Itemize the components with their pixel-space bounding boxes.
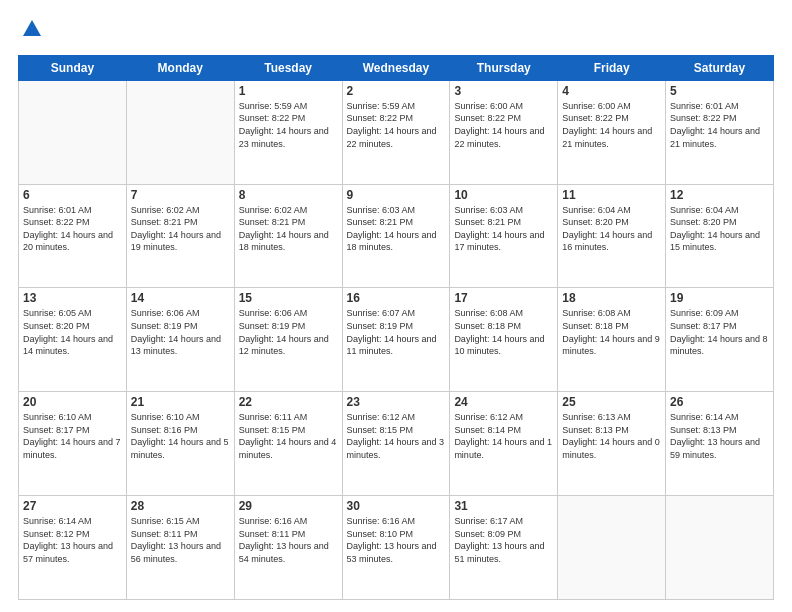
calendar-cell (558, 496, 666, 600)
day-info: Sunrise: 6:12 AM Sunset: 8:14 PM Dayligh… (454, 411, 553, 461)
svg-marker-0 (23, 20, 41, 36)
day-number: 2 (347, 84, 446, 98)
day-number: 20 (23, 395, 122, 409)
header (18, 18, 774, 45)
calendar-cell: 4Sunrise: 6:00 AM Sunset: 8:22 PM Daylig… (558, 80, 666, 184)
day-number: 14 (131, 291, 230, 305)
weekday-header-sunday: Sunday (19, 55, 127, 80)
day-info: Sunrise: 6:03 AM Sunset: 8:21 PM Dayligh… (454, 204, 553, 254)
day-number: 23 (347, 395, 446, 409)
day-number: 27 (23, 499, 122, 513)
day-number: 15 (239, 291, 338, 305)
day-number: 8 (239, 188, 338, 202)
day-info: Sunrise: 6:07 AM Sunset: 8:19 PM Dayligh… (347, 307, 446, 357)
day-number: 19 (670, 291, 769, 305)
day-number: 16 (347, 291, 446, 305)
week-row-0: 1Sunrise: 5:59 AM Sunset: 8:22 PM Daylig… (19, 80, 774, 184)
day-info: Sunrise: 6:12 AM Sunset: 8:15 PM Dayligh… (347, 411, 446, 461)
logo-text (18, 18, 43, 45)
calendar-cell: 2Sunrise: 5:59 AM Sunset: 8:22 PM Daylig… (342, 80, 450, 184)
day-info: Sunrise: 5:59 AM Sunset: 8:22 PM Dayligh… (347, 100, 446, 150)
day-info: Sunrise: 6:15 AM Sunset: 8:11 PM Dayligh… (131, 515, 230, 565)
calendar-cell: 16Sunrise: 6:07 AM Sunset: 8:19 PM Dayli… (342, 288, 450, 392)
day-number: 6 (23, 188, 122, 202)
day-info: Sunrise: 6:02 AM Sunset: 8:21 PM Dayligh… (131, 204, 230, 254)
week-row-4: 27Sunrise: 6:14 AM Sunset: 8:12 PM Dayli… (19, 496, 774, 600)
day-info: Sunrise: 6:00 AM Sunset: 8:22 PM Dayligh… (562, 100, 661, 150)
calendar-cell: 13Sunrise: 6:05 AM Sunset: 8:20 PM Dayli… (19, 288, 127, 392)
day-number: 3 (454, 84, 553, 98)
calendar-cell: 5Sunrise: 6:01 AM Sunset: 8:22 PM Daylig… (666, 80, 774, 184)
weekday-header-tuesday: Tuesday (234, 55, 342, 80)
day-info: Sunrise: 6:01 AM Sunset: 8:22 PM Dayligh… (670, 100, 769, 150)
day-number: 9 (347, 188, 446, 202)
logo (18, 18, 43, 45)
calendar-cell: 9Sunrise: 6:03 AM Sunset: 8:21 PM Daylig… (342, 184, 450, 288)
day-info: Sunrise: 6:08 AM Sunset: 8:18 PM Dayligh… (454, 307, 553, 357)
calendar-cell: 27Sunrise: 6:14 AM Sunset: 8:12 PM Dayli… (19, 496, 127, 600)
day-info: Sunrise: 6:04 AM Sunset: 8:20 PM Dayligh… (670, 204, 769, 254)
calendar-cell: 25Sunrise: 6:13 AM Sunset: 8:13 PM Dayli… (558, 392, 666, 496)
calendar-cell: 21Sunrise: 6:10 AM Sunset: 8:16 PM Dayli… (126, 392, 234, 496)
day-number: 26 (670, 395, 769, 409)
day-number: 12 (670, 188, 769, 202)
calendar-cell (19, 80, 127, 184)
weekday-header-monday: Monday (126, 55, 234, 80)
day-info: Sunrise: 6:14 AM Sunset: 8:13 PM Dayligh… (670, 411, 769, 461)
calendar-cell: 7Sunrise: 6:02 AM Sunset: 8:21 PM Daylig… (126, 184, 234, 288)
week-row-2: 13Sunrise: 6:05 AM Sunset: 8:20 PM Dayli… (19, 288, 774, 392)
day-number: 7 (131, 188, 230, 202)
calendar-cell (126, 80, 234, 184)
calendar-cell: 31Sunrise: 6:17 AM Sunset: 8:09 PM Dayli… (450, 496, 558, 600)
calendar-cell: 11Sunrise: 6:04 AM Sunset: 8:20 PM Dayli… (558, 184, 666, 288)
calendar-cell: 3Sunrise: 6:00 AM Sunset: 8:22 PM Daylig… (450, 80, 558, 184)
calendar-cell: 18Sunrise: 6:08 AM Sunset: 8:18 PM Dayli… (558, 288, 666, 392)
day-number: 31 (454, 499, 553, 513)
weekday-header-row: SundayMondayTuesdayWednesdayThursdayFrid… (19, 55, 774, 80)
day-number: 28 (131, 499, 230, 513)
day-number: 10 (454, 188, 553, 202)
calendar-cell: 12Sunrise: 6:04 AM Sunset: 8:20 PM Dayli… (666, 184, 774, 288)
day-number: 17 (454, 291, 553, 305)
weekday-header-wednesday: Wednesday (342, 55, 450, 80)
day-info: Sunrise: 6:11 AM Sunset: 8:15 PM Dayligh… (239, 411, 338, 461)
calendar-cell: 24Sunrise: 6:12 AM Sunset: 8:14 PM Dayli… (450, 392, 558, 496)
calendar-cell: 17Sunrise: 6:08 AM Sunset: 8:18 PM Dayli… (450, 288, 558, 392)
day-number: 11 (562, 188, 661, 202)
day-info: Sunrise: 6:02 AM Sunset: 8:21 PM Dayligh… (239, 204, 338, 254)
day-number: 25 (562, 395, 661, 409)
calendar-cell: 10Sunrise: 6:03 AM Sunset: 8:21 PM Dayli… (450, 184, 558, 288)
day-number: 21 (131, 395, 230, 409)
calendar-cell: 1Sunrise: 5:59 AM Sunset: 8:22 PM Daylig… (234, 80, 342, 184)
calendar-cell: 23Sunrise: 6:12 AM Sunset: 8:15 PM Dayli… (342, 392, 450, 496)
day-number: 4 (562, 84, 661, 98)
day-info: Sunrise: 6:16 AM Sunset: 8:11 PM Dayligh… (239, 515, 338, 565)
calendar-cell: 29Sunrise: 6:16 AM Sunset: 8:11 PM Dayli… (234, 496, 342, 600)
day-number: 13 (23, 291, 122, 305)
calendar-cell: 22Sunrise: 6:11 AM Sunset: 8:15 PM Dayli… (234, 392, 342, 496)
calendar-cell: 15Sunrise: 6:06 AM Sunset: 8:19 PM Dayli… (234, 288, 342, 392)
day-info: Sunrise: 6:06 AM Sunset: 8:19 PM Dayligh… (239, 307, 338, 357)
day-number: 22 (239, 395, 338, 409)
day-number: 24 (454, 395, 553, 409)
calendar-cell: 28Sunrise: 6:15 AM Sunset: 8:11 PM Dayli… (126, 496, 234, 600)
calendar-cell: 20Sunrise: 6:10 AM Sunset: 8:17 PM Dayli… (19, 392, 127, 496)
calendar-cell: 8Sunrise: 6:02 AM Sunset: 8:21 PM Daylig… (234, 184, 342, 288)
day-number: 30 (347, 499, 446, 513)
day-info: Sunrise: 6:08 AM Sunset: 8:18 PM Dayligh… (562, 307, 661, 357)
calendar-cell: 30Sunrise: 6:16 AM Sunset: 8:10 PM Dayli… (342, 496, 450, 600)
day-number: 18 (562, 291, 661, 305)
day-info: Sunrise: 6:05 AM Sunset: 8:20 PM Dayligh… (23, 307, 122, 357)
calendar-cell: 6Sunrise: 6:01 AM Sunset: 8:22 PM Daylig… (19, 184, 127, 288)
day-info: Sunrise: 6:16 AM Sunset: 8:10 PM Dayligh… (347, 515, 446, 565)
day-number: 29 (239, 499, 338, 513)
day-number: 1 (239, 84, 338, 98)
day-info: Sunrise: 6:00 AM Sunset: 8:22 PM Dayligh… (454, 100, 553, 150)
day-info: Sunrise: 6:01 AM Sunset: 8:22 PM Dayligh… (23, 204, 122, 254)
day-info: Sunrise: 6:10 AM Sunset: 8:16 PM Dayligh… (131, 411, 230, 461)
calendar-table: SundayMondayTuesdayWednesdayThursdayFrid… (18, 55, 774, 600)
weekday-header-friday: Friday (558, 55, 666, 80)
week-row-3: 20Sunrise: 6:10 AM Sunset: 8:17 PM Dayli… (19, 392, 774, 496)
logo-icon (21, 18, 43, 40)
day-info: Sunrise: 6:17 AM Sunset: 8:09 PM Dayligh… (454, 515, 553, 565)
